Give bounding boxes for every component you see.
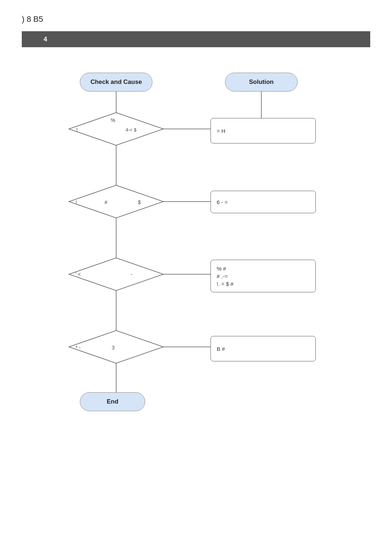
svg-text:#: # (105, 199, 107, 205)
solution-pill: Solution (225, 73, 298, 92)
box3: % # # .-= !. = $ # (211, 260, 316, 292)
box4-text: B # (217, 346, 225, 352)
box2-text: 6 - = (217, 199, 228, 205)
svg-text:' <: ' < (75, 271, 81, 277)
svg-text:* -: * - (75, 345, 81, 351)
svg-marker-11 (69, 185, 163, 218)
box3-line2: # .-= (217, 273, 228, 279)
svg-text:3: 3 (112, 345, 115, 351)
svg-text:!: ! (76, 127, 78, 133)
box2: 6 - = (211, 191, 316, 213)
svg-text:$: $ (138, 199, 141, 205)
start-label: Check and Cause (90, 78, 142, 86)
end-label: End (107, 398, 118, 405)
solution-label: Solution (249, 78, 274, 86)
svg-marker-20 (69, 331, 163, 363)
box3-line3: !. = $ # (217, 281, 233, 287)
bar-label: 4 (44, 36, 47, 43)
svg-marker-6 (69, 113, 163, 145)
box3-line1: % # (217, 266, 226, 272)
diagram-container: % ! 4-< $ ! # $ ' < - * - 3 Check and Ca… (33, 62, 359, 490)
box1: = H (211, 118, 316, 143)
svg-text:4-<   $: 4-< $ (126, 127, 137, 133)
svg-text:-: - (131, 271, 132, 277)
header-title: ) 8 B5 (22, 15, 370, 24)
dark-bar: 4 (22, 31, 370, 47)
box4: B # (211, 336, 316, 361)
end-pill: End (80, 392, 145, 411)
header-section: ) 8 B5 (0, 0, 392, 28)
svg-text:!: ! (75, 199, 77, 205)
start-pill: Check and Cause (80, 73, 152, 92)
svg-marker-16 (69, 258, 163, 291)
svg-text:%: % (111, 117, 115, 123)
box1-text: = H (217, 128, 225, 134)
